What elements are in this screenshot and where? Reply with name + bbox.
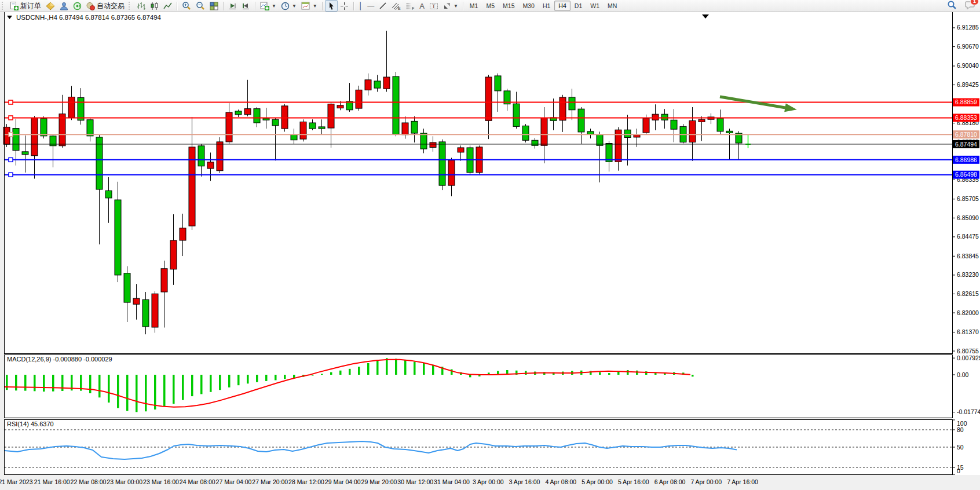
search-icon[interactable] bbox=[947, 0, 957, 12]
candle[interactable] bbox=[133, 298, 140, 304]
signals-button[interactable] bbox=[71, 0, 84, 12]
indicators-dropdown[interactable]: ▼ bbox=[258, 0, 279, 12]
candle[interactable] bbox=[59, 114, 65, 146]
candle[interactable] bbox=[606, 144, 612, 162]
candlestick-type-button[interactable] bbox=[148, 0, 161, 12]
candle[interactable] bbox=[13, 129, 19, 151]
timeframe-button-H1[interactable]: H1 bbox=[539, 1, 554, 11]
candle[interactable] bbox=[652, 114, 659, 120]
periods-dropdown[interactable]: ▼ bbox=[279, 0, 299, 12]
candle[interactable] bbox=[328, 104, 334, 128]
candle[interactable] bbox=[439, 142, 445, 185]
line-handle[interactable] bbox=[9, 173, 13, 177]
candle[interactable] bbox=[522, 126, 529, 140]
candle[interactable] bbox=[189, 147, 195, 226]
candle[interactable] bbox=[560, 97, 566, 120]
candle[interactable] bbox=[87, 120, 93, 136]
candle[interactable] bbox=[458, 148, 464, 152]
candle[interactable] bbox=[96, 137, 103, 189]
line-handle[interactable] bbox=[9, 100, 13, 104]
candle[interactable] bbox=[634, 135, 640, 137]
chart-shift-button[interactable] bbox=[239, 0, 253, 12]
candle[interactable] bbox=[448, 160, 455, 185]
candle[interactable] bbox=[263, 118, 269, 120]
candle[interactable] bbox=[541, 118, 547, 146]
timeframe-button-MN[interactable]: MN bbox=[604, 1, 621, 11]
candle[interactable] bbox=[356, 90, 362, 108]
candle[interactable] bbox=[170, 240, 177, 269]
candle[interactable] bbox=[411, 121, 418, 133]
new-order-button[interactable]: 新订单 bbox=[8, 0, 43, 12]
line-chart-type-button[interactable] bbox=[161, 0, 174, 12]
candle[interactable] bbox=[207, 162, 214, 169]
market-button[interactable] bbox=[43, 0, 57, 12]
arrows-dropdown[interactable]: ▼ bbox=[441, 0, 460, 12]
line-handle[interactable] bbox=[9, 158, 13, 162]
candle[interactable] bbox=[661, 114, 668, 120]
label-tool[interactable]: T bbox=[427, 0, 441, 12]
timeframe-button-M15[interactable]: M15 bbox=[499, 1, 518, 11]
candle[interactable] bbox=[689, 120, 696, 142]
candle[interactable] bbox=[31, 118, 38, 156]
zoom-in-button[interactable] bbox=[180, 0, 193, 12]
timeframe-button-W1[interactable]: W1 bbox=[586, 1, 604, 11]
candle[interactable] bbox=[374, 81, 381, 88]
candle[interactable] bbox=[430, 142, 436, 147]
candle[interactable] bbox=[365, 80, 371, 90]
candle[interactable] bbox=[198, 146, 204, 166]
autotrading-button[interactable]: 自动交易 bbox=[84, 0, 127, 12]
candle[interactable] bbox=[624, 130, 631, 137]
trendline-tool[interactable] bbox=[376, 0, 389, 12]
candle[interactable] bbox=[420, 133, 427, 149]
crosshair-tool-button[interactable] bbox=[338, 0, 351, 12]
candle[interactable] bbox=[495, 76, 501, 91]
candle[interactable] bbox=[152, 294, 158, 327]
candle[interactable] bbox=[699, 119, 705, 122]
chat-button[interactable]: 1 bbox=[965, 1, 975, 12]
candle[interactable] bbox=[115, 200, 121, 275]
candle[interactable] bbox=[485, 77, 492, 120]
candle[interactable] bbox=[105, 191, 112, 198]
candle[interactable] bbox=[383, 77, 390, 89]
candle[interactable] bbox=[142, 299, 149, 327]
candle[interactable] bbox=[291, 134, 297, 140]
vertical-line-tool[interactable]: │ bbox=[356, 0, 365, 12]
auto-scroll-button[interactable] bbox=[226, 0, 239, 12]
candle[interactable] bbox=[272, 119, 279, 126]
bar-chart-type-button[interactable] bbox=[134, 0, 148, 12]
candle[interactable] bbox=[578, 109, 584, 132]
horizontal-line-tool[interactable]: — bbox=[365, 0, 376, 12]
toolbar-grip[interactable] bbox=[129, 2, 133, 10]
fibonacci-tool[interactable]: F bbox=[403, 0, 417, 12]
candle[interactable] bbox=[161, 269, 167, 292]
channel-tool[interactable]: E bbox=[389, 0, 403, 12]
candle[interactable] bbox=[180, 228, 186, 240]
candle[interactable] bbox=[244, 109, 251, 115]
toolbar-grip[interactable] bbox=[2, 2, 6, 10]
timeframe-button-D1[interactable]: D1 bbox=[571, 1, 586, 11]
candle[interactable] bbox=[532, 140, 538, 145]
candle[interactable] bbox=[68, 97, 75, 118]
candle[interactable] bbox=[41, 119, 47, 136]
templates-dropdown[interactable]: ▼ bbox=[299, 0, 320, 12]
candle[interactable] bbox=[309, 123, 316, 129]
candle[interactable] bbox=[124, 273, 130, 302]
candle[interactable] bbox=[402, 123, 408, 135]
candle[interactable] bbox=[254, 109, 260, 123]
candle[interactable] bbox=[217, 142, 223, 171]
zoom-out-button[interactable] bbox=[193, 0, 207, 12]
chart-canvas[interactable]: 6.912856.906706.900406.894256.888106.881… bbox=[0, 0, 980, 490]
timeframe-button-M5[interactable]: M5 bbox=[482, 1, 499, 11]
candle[interactable] bbox=[337, 105, 343, 108]
candle[interactable] bbox=[671, 120, 677, 129]
candle[interactable] bbox=[393, 76, 399, 134]
text-tool[interactable]: A bbox=[417, 0, 427, 12]
tile-windows-button[interactable] bbox=[207, 0, 221, 12]
cursor-tool-button[interactable] bbox=[325, 0, 338, 12]
candle[interactable] bbox=[717, 118, 723, 131]
line-handle[interactable] bbox=[9, 133, 13, 137]
candle[interactable] bbox=[22, 152, 28, 155]
candle[interactable] bbox=[643, 118, 649, 133]
candle[interactable] bbox=[513, 104, 520, 126]
candle[interactable] bbox=[319, 127, 325, 129]
